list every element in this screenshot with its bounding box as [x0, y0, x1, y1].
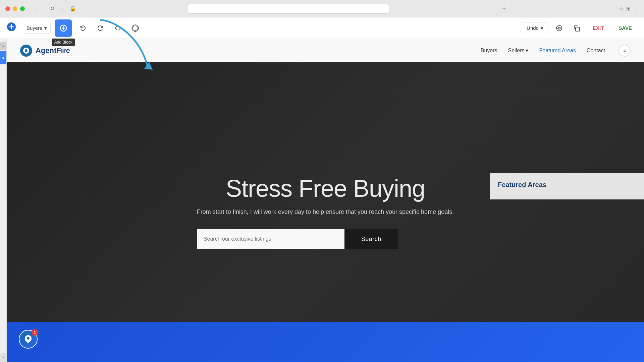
back-button[interactable]: ‹ — [33, 4, 37, 13]
featured-areas-title: Featured Areas — [498, 181, 636, 189]
save-button[interactable]: SAVE — [613, 22, 637, 34]
sellers-label: Sellers — [508, 48, 525, 54]
close-window-button[interactable] — [5, 6, 10, 11]
svg-point-12 — [27, 337, 30, 340]
undo-label: Undo — [527, 25, 539, 31]
notification-badge: 1 — [32, 329, 38, 336]
traffic-lights — [5, 6, 25, 11]
left-sidebar: ✕ ★ › — [0, 39, 7, 362]
website-preview: AgentFire Buyers Sellers ▾ Featured Area… — [7, 39, 644, 362]
browser-right-controls: ☆ ⊞ ⋮ — [619, 5, 639, 12]
nav-contact-link[interactable]: Contact — [587, 48, 605, 54]
forward-button[interactable]: › — [41, 4, 45, 13]
extensions-icon[interactable]: ⊞ — [626, 5, 631, 12]
menu-icon[interactable]: ⋮ — [633, 5, 639, 12]
undo-chevron-icon: ▾ — [541, 25, 543, 31]
site-logo-icon — [20, 45, 32, 57]
site-logo-text: AgentFire — [36, 46, 70, 55]
redo-toolbar-icon[interactable] — [94, 21, 107, 35]
nav-buyers-link[interactable]: Buyers — [481, 48, 497, 54]
search-button[interactable]: Search — [344, 229, 398, 249]
exit-button[interactable]: EXIT — [587, 22, 609, 34]
new-tab-button[interactable]: + — [499, 4, 508, 13]
address-bar[interactable] — [188, 4, 389, 14]
wordpress-icon[interactable] — [128, 21, 142, 35]
minimize-window-button[interactable] — [13, 6, 17, 11]
buyers-dropdown[interactable]: Buyers ▾ — [23, 23, 51, 34]
nav-sellers-link[interactable]: Sellers ▾ — [508, 47, 529, 54]
fullscreen-window-button[interactable] — [20, 6, 25, 11]
featured-areas-panel: Featured Areas — [490, 173, 644, 199]
left-panel-star-btn[interactable]: ★ — [0, 51, 6, 64]
notification-avatar[interactable]: 1 — [19, 330, 38, 349]
preview-button[interactable] — [552, 21, 566, 35]
buyers-label: Buyers — [26, 25, 42, 31]
svg-rect-9 — [576, 27, 580, 31]
security-button[interactable]: 🔒 — [68, 4, 77, 13]
add-block-tooltip: Add Block — [52, 39, 75, 46]
hero-title: Stress Free Buying — [197, 175, 454, 202]
reload-button[interactable]: ↻ — [49, 4, 56, 13]
sellers-chevron-icon: ▾ — [526, 47, 528, 54]
hero-subtitle: From start to finish, I will work every … — [197, 208, 454, 216]
hero-section: Stress Free Buying From start to finish,… — [7, 62, 644, 362]
copy-button[interactable] — [570, 21, 583, 35]
wp-logo-icon — [7, 22, 16, 34]
add-block-button[interactable]: Add Block — [55, 19, 72, 37]
bookmark-icon[interactable]: ☆ — [619, 5, 624, 12]
avatar-circle: 1 — [19, 330, 38, 349]
undo-button[interactable]: Undo ▾ — [522, 22, 548, 34]
nav-featured-areas-link[interactable]: Featured Areas — [539, 48, 576, 54]
browser-controls: ‹ › ↻ ⌂ 🔒 — [33, 4, 77, 13]
hamburger-menu-button[interactable]: ≡ — [619, 45, 631, 57]
home-button[interactable]: ⌂ — [59, 4, 65, 13]
hamburger-icon: ≡ — [623, 48, 626, 53]
left-panel-close-btn[interactable]: ✕ — [0, 42, 6, 50]
hero-content: Stress Free Buying From start to finish,… — [197, 175, 454, 249]
left-panel-expand-btn[interactable]: › — [0, 353, 6, 362]
editor-container: ✕ ★ › AgentFire Buy — [0, 39, 644, 362]
site-nav-links: Buyers Sellers ▾ Featured Areas Contact — [481, 47, 605, 54]
titlebar: ‹ › ↻ ⌂ 🔒 + ☆ ⊞ ⋮ — [0, 0, 644, 17]
bottom-blue-section — [7, 322, 644, 362]
undo-toolbar-icon[interactable] — [76, 21, 90, 35]
svg-point-11 — [25, 49, 28, 52]
code-editor-icon[interactable] — [111, 21, 124, 35]
site-navbar: AgentFire Buyers Sellers ▾ Featured Area… — [7, 39, 644, 62]
search-input[interactable] — [197, 229, 344, 249]
svg-point-6 — [558, 27, 560, 29]
wp-editor-toolbar: Buyers ▾ Add Block — [0, 17, 644, 39]
search-bar: Search — [197, 229, 398, 249]
chevron-down-icon: ▾ — [44, 25, 47, 31]
site-logo: AgentFire — [20, 45, 70, 57]
